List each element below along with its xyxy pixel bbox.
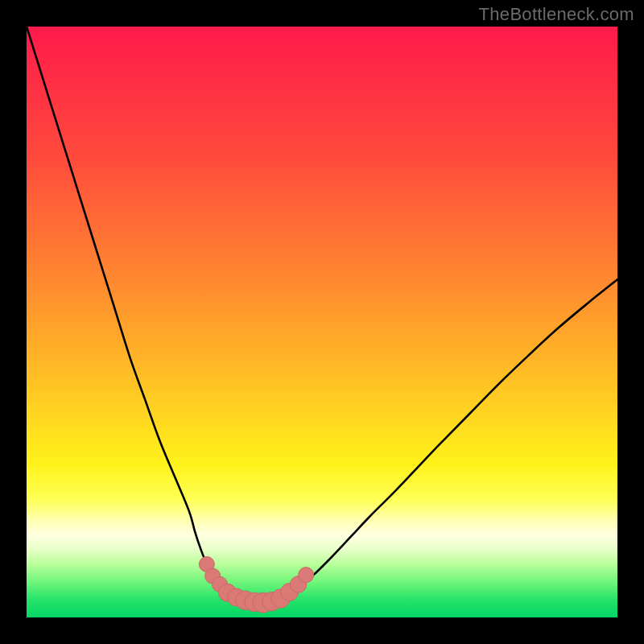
curve-marker — [299, 568, 314, 583]
outer-frame: TheBottleneck.com — [0, 0, 644, 644]
gradient-background — [27, 27, 617, 617]
plot-area — [27, 27, 617, 617]
watermark-text: TheBottleneck.com — [479, 4, 634, 25]
bottleneck-chart — [27, 27, 617, 617]
